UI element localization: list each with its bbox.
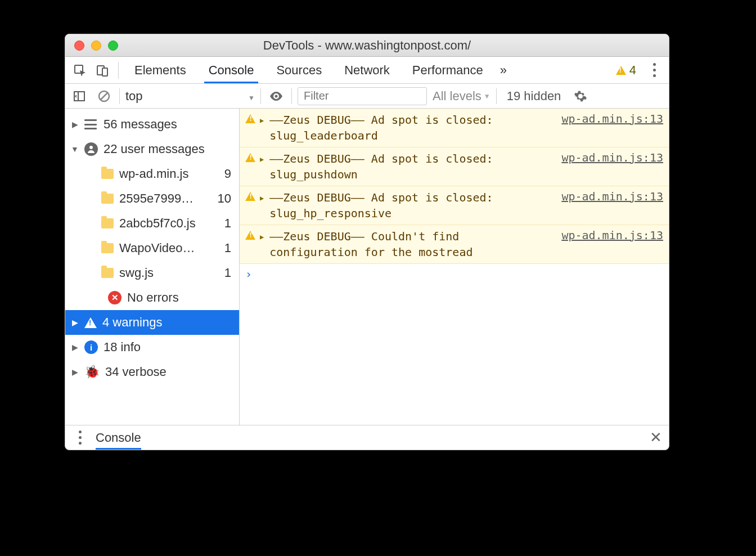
divider — [496, 88, 497, 104]
context-selector[interactable]: top — [125, 89, 255, 104]
drawer-tab-console[interactable]: Console — [96, 425, 141, 450]
sidebar-label: 22 user messages — [104, 142, 205, 156]
console-message[interactable]: ––Zeus DEBUG–– Couldn't find configurati… — [240, 225, 669, 264]
error-icon: ✕ — [108, 291, 122, 304]
expand-icon — [71, 367, 79, 376]
bug-icon: 🐞 — [84, 365, 100, 379]
sidebar-file-item[interactable]: WapoVideo…1 — [65, 236, 239, 261]
tab-console[interactable]: Console — [199, 57, 264, 83]
warning-icon — [245, 114, 255, 123]
console-toolbar: top All levels 19 hidden — [65, 84, 669, 109]
warning-icon — [616, 66, 626, 75]
info-icon: i — [84, 340, 98, 354]
live-expression-icon[interactable] — [267, 87, 286, 106]
tab-performance[interactable]: Performance — [402, 57, 493, 83]
svg-line-6 — [101, 93, 107, 100]
message-source-link[interactable]: wp-ad.min.js:13 — [561, 228, 663, 242]
toggle-sidebar-icon[interactable] — [70, 87, 89, 106]
window-title: DevTools - www.washingtonpost.com/ — [65, 38, 669, 53]
divider — [291, 88, 292, 104]
expand-icon[interactable] — [260, 228, 265, 242]
clear-console-icon[interactable] — [94, 87, 114, 106]
message-text: ––Zeus DEBUG–– Ad spot is closed: slug_p… — [269, 151, 550, 182]
expand-icon[interactable] — [260, 112, 265, 125]
message-text: ––Zeus DEBUG–– Ad spot is closed: slug_h… — [269, 190, 550, 221]
expand-icon[interactable] — [260, 190, 265, 203]
expand-icon — [71, 120, 79, 129]
divider — [119, 88, 120, 104]
folder-icon — [101, 194, 114, 204]
tab-network[interactable]: Network — [334, 57, 400, 83]
folder-icon — [101, 218, 114, 228]
warning-icon — [245, 153, 255, 162]
expand-icon[interactable] — [260, 151, 265, 164]
warning-count: 4 — [629, 63, 636, 78]
console-prompt[interactable]: › — [240, 264, 669, 284]
console-body: 56 messages 22 user messages wp-ad.min.j… — [65, 109, 669, 425]
message-text: ––Zeus DEBUG–– Couldn't find configurati… — [269, 228, 550, 260]
tab-elements[interactable]: Elements — [124, 57, 196, 83]
warning-icon — [245, 231, 255, 240]
warning-icon — [84, 317, 97, 328]
message-source-link[interactable]: wp-ad.min.js:13 — [561, 112, 663, 125]
console-message[interactable]: ––Zeus DEBUG–– Ad spot is closed: slug_p… — [240, 147, 669, 186]
expand-icon — [71, 343, 79, 352]
titlebar: DevTools - www.washingtonpost.com/ — [65, 34, 669, 57]
context-label: top — [125, 89, 143, 104]
divider — [118, 62, 119, 79]
sidebar-label: 56 messages — [104, 117, 177, 132]
list-icon — [84, 119, 98, 129]
sidebar-group-warnings[interactable]: 4 warnings — [65, 310, 239, 335]
sidebar-group-verbose[interactable]: 🐞 34 verbose — [65, 360, 239, 384]
device-toolbar-icon[interactable] — [92, 60, 112, 80]
devtools-window: DevTools - www.washingtonpost.com/ Eleme… — [65, 34, 669, 450]
sidebar-file-item[interactable]: swg.js1 — [65, 261, 239, 285]
sidebar-label: No errors — [127, 290, 179, 305]
folder-icon — [101, 268, 114, 278]
sidebar-file-item[interactable]: wp-ad.min.js9 — [65, 162, 239, 186]
drawer: Console ✕ — [65, 425, 669, 450]
message-source-link[interactable]: wp-ad.min.js:13 — [561, 190, 663, 203]
sidebar-group-user-messages[interactable]: 22 user messages — [65, 137, 239, 162]
sidebar-label: 18 info — [104, 340, 141, 355]
main-tabs: Elements Console Sources Network Perform… — [65, 57, 669, 84]
sidebar-file-item[interactable]: 2abcb5f7c0.js1 — [65, 211, 239, 236]
message-source-link[interactable]: wp-ad.min.js:13 — [561, 151, 663, 164]
folder-icon — [101, 169, 114, 179]
sidebar-file-item[interactable]: 2595e7999…10 — [65, 186, 239, 211]
hidden-count[interactable]: 19 hidden — [502, 89, 566, 104]
sidebar-label: 4 warnings — [102, 315, 162, 330]
warnings-indicator[interactable]: 4 — [616, 63, 636, 78]
drawer-menu-icon[interactable] — [72, 431, 88, 445]
tab-sources[interactable]: Sources — [266, 57, 332, 83]
close-drawer-icon[interactable]: ✕ — [650, 429, 662, 446]
collapse-icon — [71, 145, 79, 154]
svg-point-7 — [275, 95, 278, 97]
expand-icon — [71, 318, 79, 327]
svg-rect-2 — [102, 68, 107, 76]
inspect-element-icon[interactable] — [70, 60, 90, 80]
sidebar-group-messages[interactable]: 56 messages — [65, 112, 239, 137]
console-settings-icon[interactable] — [571, 87, 590, 106]
svg-point-8 — [89, 146, 93, 149]
folder-icon — [101, 243, 114, 253]
user-icon — [84, 142, 98, 156]
log-levels-selector[interactable]: All levels — [433, 89, 490, 104]
warning-icon — [245, 192, 255, 201]
filter-input[interactable] — [298, 87, 427, 105]
tabs-overflow[interactable]: » — [496, 57, 511, 83]
sidebar-group-info[interactable]: i 18 info — [65, 335, 239, 360]
console-message[interactable]: ––Zeus DEBUG–– Ad spot is closed: slug_l… — [240, 109, 669, 147]
message-text: ––Zeus DEBUG–– Ad spot is closed: slug_l… — [269, 112, 550, 144]
sidebar-group-errors[interactable]: ✕ No errors — [65, 285, 239, 310]
divider — [260, 88, 261, 104]
kebab-menu-icon[interactable] — [644, 60, 664, 80]
console-messages: ––Zeus DEBUG–– Ad spot is closed: slug_l… — [240, 109, 669, 425]
sidebar-label: 34 verbose — [105, 365, 166, 379]
console-sidebar: 56 messages 22 user messages wp-ad.min.j… — [65, 109, 240, 425]
console-message[interactable]: ––Zeus DEBUG–– Ad spot is closed: slug_h… — [240, 186, 669, 225]
